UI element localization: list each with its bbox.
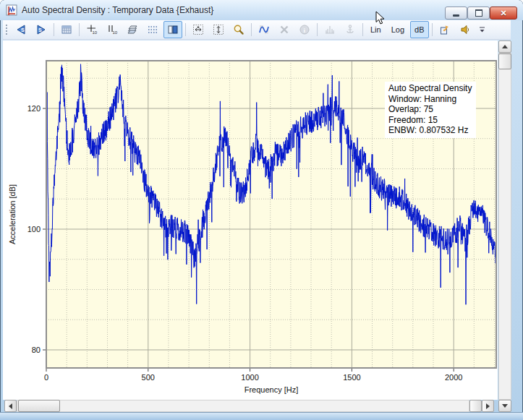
curve-info-button: i [295, 21, 314, 38]
info-line: Auto Spectral Density [388, 83, 472, 94]
spectrum-app-icon [6, 4, 17, 16]
toolbar-separator [432, 23, 433, 36]
expand-v-icon [213, 24, 224, 35]
delete-curve-button [275, 21, 294, 38]
x-tick-label: 1500 [343, 373, 360, 382]
prev-spectrum-button[interactable]: S [12, 21, 30, 38]
close-button[interactable]: ✕ [490, 7, 517, 20]
anchor-icon [344, 24, 356, 35]
info-line: Window: Hanning [388, 94, 472, 105]
overflow-chevron-icon [478, 24, 486, 35]
info-line: Freedom: 15 [388, 115, 472, 126]
close-icon: ✕ [500, 8, 506, 18]
minimize-button[interactable] [445, 7, 467, 20]
svg-text:S: S [21, 27, 25, 33]
scroll-left-button[interactable] [4, 400, 17, 412]
split-panel-view-button[interactable] [163, 21, 182, 38]
x-tick-label: 500 [142, 373, 155, 382]
title-bar[interactable]: Auto Spectral Density : Temporary Data {… [0, 0, 523, 20]
scroll-up-button[interactable] [498, 40, 511, 53]
toolbar: SS1010iLinLogdB [3, 20, 511, 40]
harmonic-cursor-button[interactable]: 10 [82, 21, 101, 38]
toolbar-overflow-button[interactable] [476, 21, 488, 38]
h-scroll-page-button[interactable] [469, 400, 482, 412]
panels-icon [167, 24, 179, 35]
svg-text:10: 10 [93, 30, 98, 35]
next-spectrum-button[interactable]: S [32, 21, 51, 38]
info-line: Overlap: 75 [388, 104, 472, 115]
comb-cursor-button [320, 21, 339, 38]
info-icon: i [299, 24, 310, 35]
x-tick-label: 0 [44, 373, 48, 382]
expand-h-icon [192, 24, 204, 35]
y-tick-label: 120 [27, 104, 41, 113]
dotted-lines-icon [147, 24, 158, 35]
scroll-down-icon [502, 404, 508, 408]
restore-icon [475, 9, 482, 17]
scale-log-button[interactable]: Log [387, 21, 409, 38]
grid-lines-toggle-button[interactable] [143, 21, 162, 38]
toolbar-grip[interactable] [5, 23, 9, 36]
minimize-icon [453, 14, 459, 17]
autoscale-y-button[interactable] [209, 21, 228, 38]
h-scroll-thumb[interactable] [18, 400, 60, 412]
scroll-left-icon [9, 403, 12, 409]
chart-area[interactable]: 050010001500200080100120Frequency [Hz]Ac… [3, 40, 498, 400]
toolbar-separator [251, 23, 252, 36]
speaker-icon [459, 24, 471, 35]
toolbar-separator [54, 23, 54, 36]
v-scroll-track[interactable] [498, 53, 511, 400]
y-axis-title: Acceleration [dB] [8, 184, 17, 244]
h-scroll-track[interactable] [17, 400, 469, 412]
y-tick-label: 100 [27, 225, 41, 233]
autoscale-x-button[interactable] [189, 21, 208, 38]
arrow-right-s-icon: S [35, 24, 48, 35]
window-bottom-border [0, 412, 523, 420]
x-tick-label: 2000 [445, 373, 462, 382]
magnifier-icon [233, 24, 245, 35]
cursor-arrow-icon [375, 11, 386, 25]
export-icon [439, 24, 451, 35]
zoom-tool-button[interactable] [229, 21, 248, 38]
wave-icon [258, 24, 270, 35]
export-data-button[interactable] [435, 21, 454, 38]
mouse-cursor [375, 11, 386, 28]
scroll-up-icon [502, 45, 508, 48]
scroll-down-button[interactable] [498, 400, 511, 412]
x-mark-icon [278, 24, 290, 35]
cascade-view-button[interactable] [123, 21, 142, 38]
v-scroll-thumb[interactable] [498, 53, 511, 69]
cross-10-icon: 10 [86, 24, 98, 35]
window-icon [6, 4, 17, 16]
window-title: Auto Spectral Density : Temporary Data {… [22, 5, 213, 15]
play-audio-button[interactable] [456, 21, 475, 38]
comb-icon [324, 24, 336, 35]
grid-icon [61, 24, 72, 35]
data-grid-button[interactable] [57, 21, 76, 38]
scroll-right-button[interactable] [482, 400, 494, 412]
toolbar-separator [317, 23, 318, 36]
app-window: Auto Spectral Density : Temporary Data {… [0, 0, 523, 420]
svg-text:S: S [38, 27, 42, 33]
sideband-cursor-button[interactable]: 10 [103, 21, 122, 38]
y-tick-label: 80 [32, 346, 41, 354]
x-tick-label: 1000 [241, 373, 258, 382]
toolbar-separator [362, 23, 363, 36]
cascade-icon [127, 24, 138, 35]
vlines-10-icon: 10 [106, 24, 118, 35]
scale-db-button[interactable]: dB [410, 21, 428, 38]
toolbar-separator [79, 23, 80, 36]
restore-button[interactable] [467, 7, 490, 20]
analysis-info-box: Auto Spectral DensityWindow: HanningOver… [385, 82, 476, 138]
curve-overlay-button[interactable] [255, 21, 273, 38]
x-axis-title: Frequency [Hz] [245, 385, 299, 394]
anchor-cursor-button [341, 21, 360, 38]
toolbar-separator [185, 23, 186, 36]
scroll-right-icon [486, 403, 490, 409]
info-line: ENBW: 0.807532 Hz [388, 125, 472, 136]
arrow-left-s-icon: S [14, 24, 27, 35]
svg-text:10: 10 [113, 30, 118, 35]
